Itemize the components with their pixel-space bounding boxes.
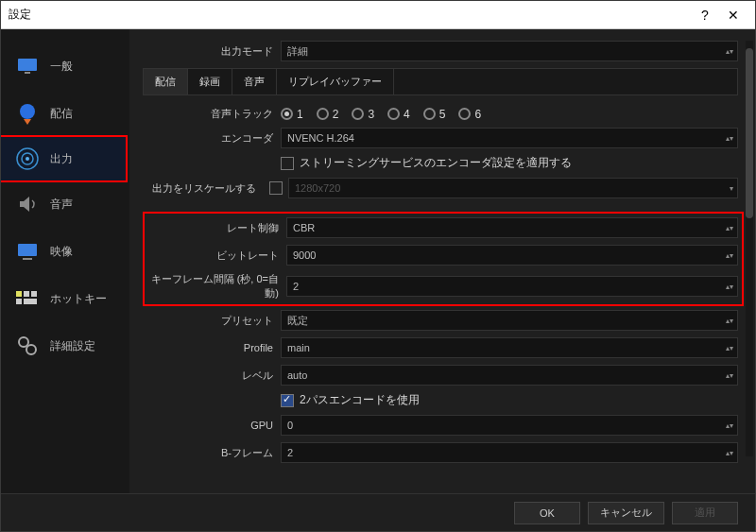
sidebar-item-output[interactable]: 出力 [1,135,128,182]
rate-control-label: レート制御 [148,221,286,235]
rate-control-select[interactable]: CBR▴▾ [286,217,738,238]
bframes-label: B-フレーム [143,446,281,460]
bitrate-input[interactable]: 9000▴▾ [286,245,738,266]
rescale-select[interactable]: 1280x720▾ [288,178,738,198]
highlighted-settings: レート制御 CBR▴▾ ビットレート 9000▴▾ キーフレーム間隔 (秒, 0… [143,212,744,306]
svg-rect-0 [18,59,37,71]
output-mode-select[interactable]: 詳細▴▾ [281,41,738,61]
scrollbar-thumb[interactable] [746,48,753,218]
encoder-row: エンコーダ NVENC H.264▴▾ [143,128,738,148]
sidebar-item-hotkeys[interactable]: ホットキー [1,275,129,322]
titlebar: 設定 ? ✕ [1,1,755,29]
track-radio-4[interactable]: 4 [387,108,410,121]
twopass-row: 2パスエンコードを使用 [143,392,738,408]
sidebar-item-video[interactable]: 映像 [1,228,129,275]
ok-button[interactable]: OK [514,502,580,524]
tab-replay[interactable]: リプレイバッファー [277,69,394,94]
enforce-checkbox[interactable]: ストリーミングサービスのエンコーダ設定を適用する [281,155,738,171]
speaker-icon [14,191,41,217]
sidebar-item-advanced[interactable]: 詳細設定 [1,322,129,369]
gpu-input[interactable]: 0▴▾ [281,415,738,436]
tab-recording[interactable]: 録画 [188,69,232,94]
main-area: 一般 配信 出力 音声 映像 ホットキー [1,29,755,493]
display-icon [14,238,41,265]
bitrate-row: ビットレート 9000▴▾ [148,245,738,266]
track-radio-5[interactable]: 5 [423,108,446,121]
sidebar-label: ホットキー [50,291,107,307]
sidebar-item-stream[interactable]: 配信 [1,90,129,137]
svg-rect-7 [23,258,32,260]
tab-audio[interactable]: 音声 [232,69,277,94]
svg-rect-10 [31,291,37,297]
profile-row: Profile main▴▾ [143,337,738,358]
cancel-button[interactable]: キャンセル [588,502,664,524]
chevron-updown-icon: ▴▾ [726,317,733,324]
gpu-label: GPU [143,420,281,431]
spinner-icon[interactable]: ▴▾ [726,422,733,429]
sidebar-label: 一般 [50,59,73,75]
sidebar: 一般 配信 出力 音声 映像 ホットキー [1,29,129,493]
encoder-label: エンコーダ [143,131,281,146]
track-radio-3[interactable]: 3 [352,108,374,121]
bframes-row: B-フレーム 2▴▾ [143,442,738,463]
gpu-row: GPU 0▴▾ [143,415,738,436]
tab-streaming[interactable]: 配信 [144,69,188,94]
rate-control-row: レート制御 CBR▴▾ [148,217,738,238]
chevron-updown-icon: ▴▾ [726,225,733,232]
profile-select[interactable]: main▴▾ [281,337,738,358]
track-radio-2[interactable]: 2 [317,108,339,121]
keyframe-input[interactable]: 2▴▾ [286,276,738,297]
output-mode-label: 出力モード [143,44,281,59]
svg-point-5 [26,157,29,161]
track-radio-1[interactable]: 1 [281,108,303,121]
audio-track-row: 音声トラック 1 2 3 4 5 6 [143,107,738,121]
level-label: レベル [143,369,281,383]
svg-rect-11 [16,299,22,304]
globe-icon [14,100,41,127]
svg-point-14 [26,345,36,354]
audio-track-label: 音声トラック [143,107,281,121]
content-panel: 出力モード 詳細▴▾ 配信 録画 音声 リプレイバッファー 音声トラック 1 2… [129,29,755,493]
svg-rect-9 [24,291,29,297]
footer: OK キャンセル 適用 [1,493,755,531]
svg-rect-1 [25,72,30,74]
chevron-down-icon: ▾ [730,185,733,192]
monitor-icon [14,53,41,79]
twopass-checkbox[interactable]: 2パスエンコードを使用 [281,392,738,408]
level-select[interactable]: auto▴▾ [281,365,738,386]
help-button[interactable]: ? [691,8,719,23]
chevron-updown-icon: ▴▾ [726,372,733,379]
audio-track-radios: 1 2 3 4 5 6 [281,108,738,121]
keyframe-label: キーフレーム間隔 (秒, 0=自動) [148,272,286,300]
preset-select[interactable]: 既定▴▾ [281,310,738,331]
profile-label: Profile [143,342,281,353]
sidebar-item-audio[interactable]: 音声 [1,180,129,228]
output-mode-row: 出力モード 詳細▴▾ [143,41,738,61]
scrollbar[interactable] [746,41,753,456]
spinner-icon[interactable]: ▴▾ [726,252,733,259]
svg-rect-12 [24,299,37,304]
chevron-updown-icon: ▴▾ [726,345,733,352]
sidebar-label: 詳細設定 [50,338,95,354]
gears-icon [14,333,41,359]
svg-rect-6 [18,244,37,256]
svg-point-13 [19,337,28,347]
apply-button: 適用 [672,502,738,524]
settings-window: 設定 ? ✕ 一般 配信 出力 音声 映像 [0,0,756,532]
track-radio-6[interactable]: 6 [458,108,481,121]
keyframe-row: キーフレーム間隔 (秒, 0=自動) 2▴▾ [148,272,738,300]
spinner-icon[interactable]: ▴▾ [726,283,733,290]
svg-rect-8 [16,291,22,297]
sidebar-label: 出力 [50,151,73,167]
sidebar-label: 映像 [50,244,73,260]
rescale-label: 出力をリスケールする [143,181,264,196]
rescale-checkbox[interactable] [269,181,283,195]
sidebar-item-general[interactable]: 一般 [1,43,129,90]
window-title: 設定 [9,7,691,23]
enforce-row: ストリーミングサービスのエンコーダ設定を適用する [143,155,738,171]
bframes-input[interactable]: 2▴▾ [281,442,738,463]
close-button[interactable]: ✕ [719,8,747,23]
level-row: レベル auto▴▾ [143,365,738,386]
encoder-select[interactable]: NVENC H.264▴▾ [281,128,738,148]
spinner-icon[interactable]: ▴▾ [726,450,733,456]
